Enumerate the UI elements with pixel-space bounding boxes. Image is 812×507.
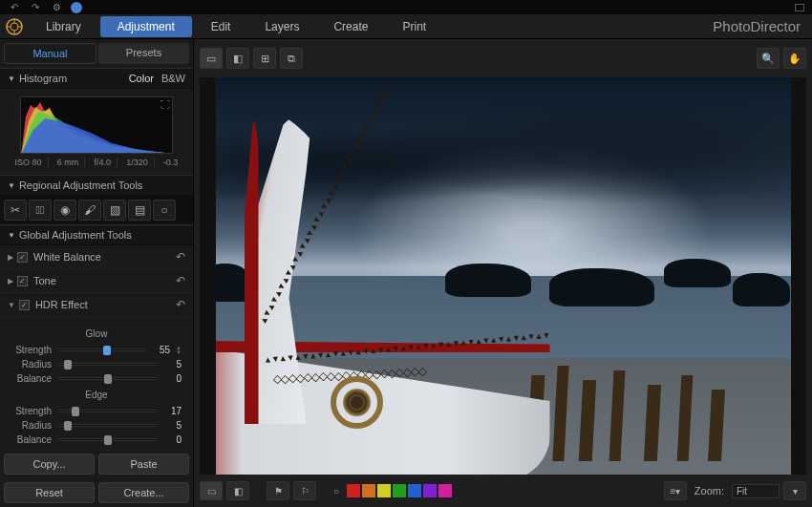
edge-title: Edge	[11, 390, 182, 400]
app-logo	[0, 14, 29, 39]
gradient-tool-icon[interactable]: ▤	[128, 200, 151, 221]
spot-tool-icon[interactable]: ◯ͯ	[29, 200, 52, 221]
adjustment-list: ▶ ✓ White Balance ↶ ▶ ✓ Tone ↶ ▼ ✓ HDR E…	[0, 245, 193, 450]
pan-icon[interactable]: ✋	[783, 48, 806, 69]
color-label-swatch[interactable]	[393, 484, 406, 497]
glow-title: Glow	[11, 328, 182, 339]
color-label-swatch[interactable]	[423, 484, 437, 497]
view-compare-icon[interactable]: ◧	[226, 48, 249, 69]
color-label-swatch[interactable]	[408, 484, 421, 497]
brush-tool-icon[interactable]: 🖌	[78, 200, 101, 221]
menu-print[interactable]: Print	[385, 14, 443, 39]
photo-canvas[interactable]: ▲▼▲▼▲▼▲▼▲▼▲▼▲▼▲▼▲▼▲▼▲▼▲▼▲▼▲▼▲▼▲▼▲▼▲▼▲▼ ◇…	[200, 77, 806, 475]
menu-edit[interactable]: Edit	[194, 14, 248, 39]
view-grid-icon[interactable]: ⊞	[253, 48, 276, 69]
histogram-bw-opt[interactable]: B&W	[161, 73, 185, 84]
adj-hdr-effect[interactable]: ▼ ✓ HDR Effect ↶	[0, 293, 193, 317]
gear-icon[interactable]: ⚙	[50, 1, 63, 14]
radial-tool-icon[interactable]: ○	[153, 200, 176, 221]
crop-tool-icon[interactable]: ✂	[4, 200, 27, 221]
histogram-canvas[interactable]: ⛶	[20, 96, 173, 154]
tab-presets[interactable]: Presets	[98, 43, 189, 64]
zoom-label: Zoom:	[694, 485, 724, 496]
redeye-tool-icon[interactable]: ◉	[53, 200, 76, 221]
regional-header[interactable]: ▼ Regional Adjustment Tools	[0, 175, 193, 196]
reset-button[interactable]: Reset	[4, 482, 95, 503]
zoom-select[interactable]: Fit	[732, 484, 780, 498]
adj-white-balance[interactable]: ▶ ✓ White Balance ↶	[0, 245, 193, 269]
glow-balance-slider[interactable]: Balance 0	[11, 373, 182, 384]
paste-button[interactable]: Paste	[98, 454, 189, 475]
chevron-down-icon: ▼	[8, 74, 15, 83]
brand-label: PhotoDirector	[713, 18, 812, 34]
histogram-info: ISO 80 6 mm f/4.0 1/320 -0.3	[8, 158, 185, 167]
chevron-down-icon: ▼	[8, 301, 15, 309]
view-dual-icon[interactable]: ⧉	[280, 48, 303, 69]
menu-library[interactable]: Library	[29, 14, 98, 39]
adj-tone[interactable]: ▶ ✓ Tone ↶	[0, 269, 193, 293]
global-title: Global Adjustment Tools	[19, 229, 132, 241]
histogram-title: Histogram	[19, 73, 67, 84]
spinner-icon[interactable]: ▲▼	[176, 346, 182, 355]
reset-icon[interactable]: ↶	[176, 298, 185, 311]
menu-create[interactable]: Create	[316, 14, 385, 39]
chevron-down-icon: ▼	[8, 181, 15, 190]
checkbox-icon[interactable]: ✓	[17, 252, 28, 263]
regional-tools: ✂ ◯ͯ ◉ 🖌 ▧ ▤ ○	[0, 196, 193, 224]
expand-icon[interactable]: ⛶	[160, 99, 170, 110]
view-toolbar: ▭ ◧ ⊞ ⧉ 🔍 ✋	[200, 45, 806, 72]
color-label-swatch[interactable]	[438, 484, 452, 497]
account-icon[interactable]	[71, 2, 82, 13]
glow-strength-slider[interactable]: Strength 55 ▲▼	[11, 345, 182, 355]
bottom-bar: ▭ ◧ ⚑ ⚐ ○ ≡▾ Zoom: Fit ▾	[200, 478, 806, 503]
color-label-swatch[interactable]	[377, 484, 391, 497]
menubar: Library Adjustment Edit Layers Create Pr…	[0, 14, 812, 39]
color-label-swatch[interactable]	[347, 484, 360, 497]
regional-title: Regional Adjustment Tools	[19, 180, 142, 191]
titlebar: ↶ ↷ ⚙	[0, 0, 812, 14]
reset-icon[interactable]: ↶	[176, 274, 185, 287]
global-header[interactable]: ▼ Global Adjustment Tools	[0, 224, 193, 245]
undo-icon[interactable]: ↶	[8, 1, 21, 14]
no-color-icon[interactable]: ○	[330, 481, 343, 500]
histogram-color-opt[interactable]: Color	[129, 73, 154, 84]
list-icon[interactable]: ≡▾	[664, 481, 687, 500]
sidebar: Manual Presets ▼ Histogram Color B&W ⛶	[0, 39, 194, 507]
chevron-down-icon: ▼	[8, 231, 15, 240]
svg-point-1	[11, 23, 18, 31]
edge-balance-slider[interactable]: Balance 0	[11, 434, 182, 445]
copy-button[interactable]: Copy...	[4, 454, 95, 475]
photo-preview: ▲▼▲▼▲▼▲▼▲▼▲▼▲▼▲▼▲▼▲▼▲▼▲▼▲▼▲▼▲▼▲▼▲▼▲▼▲▼ ◇…	[216, 77, 791, 475]
viewer: ▭ ◧ ⊞ ⧉ 🔍 ✋	[194, 39, 812, 507]
single-view-icon[interactable]: ▭	[200, 481, 223, 500]
menu-adjustment[interactable]: Adjustment	[100, 16, 192, 37]
glow-radius-slider[interactable]: Radius 5	[11, 359, 182, 370]
redo-icon[interactable]: ↷	[29, 1, 42, 14]
chevron-right-icon: ▶	[8, 277, 13, 285]
histogram-panel: ⛶ ISO 80 6 mm f/4.0 1/320 -0.3	[0, 89, 193, 175]
checkbox-icon[interactable]: ✓	[17, 276, 28, 286]
hdr-effect-body: Glow Strength 55 ▲▼ Radius 5 Balance 0	[0, 317, 193, 450]
chevron-right-icon: ▶	[8, 253, 13, 262]
edge-strength-slider[interactable]: Strength 17	[11, 406, 182, 416]
select-tool-icon[interactable]: ▧	[103, 200, 126, 221]
color-label-swatch[interactable]	[362, 484, 375, 497]
edge-radius-slider[interactable]: Radius 5	[11, 420, 182, 431]
reject-icon[interactable]: ⚐	[293, 481, 316, 500]
view-single-icon[interactable]: ▭	[200, 48, 223, 69]
split-view-icon[interactable]: ◧	[226, 481, 249, 500]
zoom-dropdown-icon[interactable]: ▾	[783, 481, 806, 500]
flag-icon[interactable]: ⚑	[267, 481, 289, 500]
create-button[interactable]: Create...	[98, 482, 189, 503]
reset-icon[interactable]: ↶	[176, 250, 185, 264]
histogram-header[interactable]: ▼ Histogram Color B&W	[0, 68, 193, 89]
tab-manual[interactable]: Manual	[4, 43, 96, 64]
zoom-icon[interactable]: 🔍	[757, 48, 780, 69]
menu-layers[interactable]: Layers	[247, 14, 316, 39]
checkbox-icon[interactable]: ✓	[19, 300, 30, 310]
maximize-icon[interactable]	[795, 4, 804, 11]
